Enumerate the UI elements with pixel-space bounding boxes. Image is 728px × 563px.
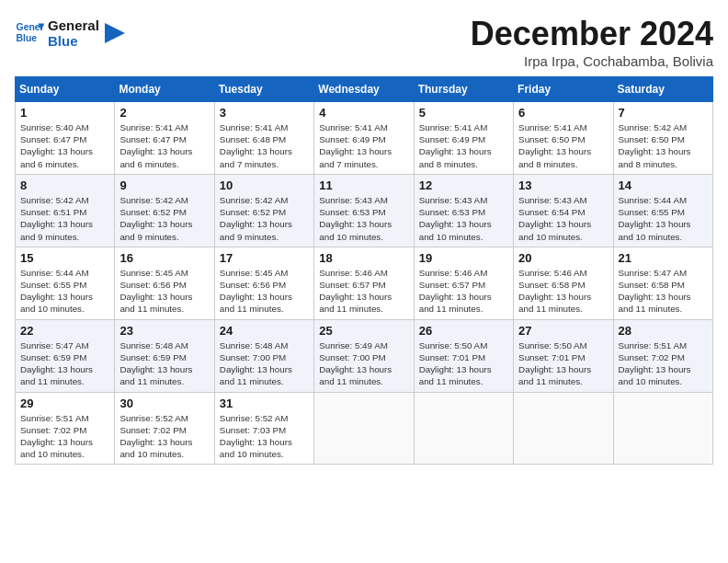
day-number: 6 [518, 106, 608, 120]
weekday-header-monday: Monday [115, 77, 214, 102]
day-number: 31 [220, 396, 309, 410]
day-detail: Sunrise: 5:41 AM Sunset: 6:47 PM Dayligh… [119, 121, 209, 170]
calendar-cell: 26 Sunrise: 5:50 AM Sunset: 7:01 PM Dayl… [414, 319, 513, 392]
day-number: 20 [518, 251, 608, 265]
day-detail: Sunrise: 5:41 AM Sunset: 6:48 PM Dayligh… [220, 121, 309, 170]
logo: General Blue General Blue [15, 15, 125, 49]
day-detail: Sunrise: 5:51 AM Sunset: 7:02 PM Dayligh… [20, 412, 109, 461]
day-number: 1 [20, 106, 109, 120]
day-number: 24 [220, 324, 309, 338]
location-subtitle: Irpa Irpa, Cochabamba, Bolivia [471, 53, 713, 69]
day-number: 12 [419, 178, 508, 192]
day-number: 23 [119, 324, 209, 338]
weekday-header-tuesday: Tuesday [214, 77, 313, 102]
day-number: 17 [220, 251, 309, 265]
weekday-header-friday: Friday [514, 77, 613, 102]
calendar-cell: 9 Sunrise: 5:42 AM Sunset: 6:52 PM Dayli… [115, 174, 214, 247]
calendar-cell: 24 Sunrise: 5:48 AM Sunset: 7:00 PM Dayl… [214, 319, 313, 392]
day-number: 4 [319, 106, 408, 120]
day-detail: Sunrise: 5:40 AM Sunset: 6:47 PM Dayligh… [20, 121, 109, 170]
calendar-cell [613, 392, 712, 465]
day-detail: Sunrise: 5:50 AM Sunset: 7:01 PM Dayligh… [419, 339, 508, 388]
day-number: 10 [220, 178, 309, 192]
calendar-cell: 23 Sunrise: 5:48 AM Sunset: 6:59 PM Dayl… [115, 319, 214, 392]
day-detail: Sunrise: 5:46 AM Sunset: 6:58 PM Dayligh… [518, 267, 608, 316]
day-number: 25 [319, 324, 408, 338]
day-detail: Sunrise: 5:46 AM Sunset: 6:57 PM Dayligh… [419, 267, 508, 316]
day-number: 11 [319, 178, 408, 192]
calendar-cell: 29 Sunrise: 5:51 AM Sunset: 7:02 PM Dayl… [16, 392, 115, 465]
day-number: 27 [518, 324, 608, 338]
calendar-cell: 2 Sunrise: 5:41 AM Sunset: 6:47 PM Dayli… [115, 102, 214, 175]
day-number: 2 [119, 106, 209, 120]
calendar-cell: 14 Sunrise: 5:44 AM Sunset: 6:55 PM Dayl… [613, 174, 712, 247]
calendar-cell: 4 Sunrise: 5:41 AM Sunset: 6:49 PM Dayli… [314, 102, 414, 175]
day-detail: Sunrise: 5:42 AM Sunset: 6:51 PM Dayligh… [20, 194, 109, 243]
day-number: 8 [20, 178, 109, 192]
day-detail: Sunrise: 5:50 AM Sunset: 7:01 PM Dayligh… [518, 339, 608, 388]
page-header: General Blue General Blue December 2024 … [15, 15, 713, 69]
day-detail: Sunrise: 5:49 AM Sunset: 7:00 PM Dayligh… [319, 339, 408, 388]
calendar-week-row: 29 Sunrise: 5:51 AM Sunset: 7:02 PM Dayl… [16, 392, 713, 465]
day-detail: Sunrise: 5:43 AM Sunset: 6:53 PM Dayligh… [419, 194, 508, 243]
day-detail: Sunrise: 5:47 AM Sunset: 6:58 PM Dayligh… [619, 267, 708, 316]
calendar-cell: 21 Sunrise: 5:47 AM Sunset: 6:58 PM Dayl… [613, 247, 712, 319]
day-number: 3 [220, 106, 309, 120]
day-number: 26 [419, 324, 508, 338]
weekday-header-sunday: Sunday [16, 77, 115, 102]
weekday-header-row: SundayMondayTuesdayWednesdayThursdayFrid… [16, 77, 713, 102]
day-detail: Sunrise: 5:46 AM Sunset: 6:57 PM Dayligh… [319, 267, 408, 316]
day-detail: Sunrise: 5:47 AM Sunset: 6:59 PM Dayligh… [20, 339, 109, 388]
day-detail: Sunrise: 5:44 AM Sunset: 6:55 PM Dayligh… [619, 194, 708, 243]
calendar-cell: 25 Sunrise: 5:49 AM Sunset: 7:00 PM Dayl… [314, 319, 414, 392]
calendar-cell: 30 Sunrise: 5:52 AM Sunset: 7:02 PM Dayl… [115, 392, 214, 465]
calendar-cell: 27 Sunrise: 5:50 AM Sunset: 7:01 PM Dayl… [514, 319, 613, 392]
calendar-cell: 22 Sunrise: 5:47 AM Sunset: 6:59 PM Dayl… [16, 319, 115, 392]
day-number: 30 [119, 396, 209, 410]
day-number: 14 [619, 178, 708, 192]
day-number: 21 [619, 251, 708, 265]
calendar-cell: 3 Sunrise: 5:41 AM Sunset: 6:48 PM Dayli… [214, 102, 313, 175]
day-detail: Sunrise: 5:42 AM Sunset: 6:52 PM Dayligh… [220, 194, 309, 243]
day-detail: Sunrise: 5:52 AM Sunset: 7:02 PM Dayligh… [119, 412, 209, 461]
logo-general: General [48, 18, 99, 34]
day-number: 16 [119, 251, 209, 265]
calendar-cell: 8 Sunrise: 5:42 AM Sunset: 6:51 PM Dayli… [16, 174, 115, 247]
calendar-cell [514, 392, 613, 465]
day-number: 22 [20, 324, 109, 338]
day-detail: Sunrise: 5:41 AM Sunset: 6:50 PM Dayligh… [518, 121, 608, 170]
day-detail: Sunrise: 5:43 AM Sunset: 6:53 PM Dayligh… [319, 194, 408, 243]
calendar-cell [314, 392, 414, 465]
day-detail: Sunrise: 5:48 AM Sunset: 6:59 PM Dayligh… [119, 339, 209, 388]
day-number: 18 [319, 251, 408, 265]
calendar-week-row: 1 Sunrise: 5:40 AM Sunset: 6:47 PM Dayli… [16, 102, 713, 175]
calendar-cell: 5 Sunrise: 5:41 AM Sunset: 6:49 PM Dayli… [414, 102, 513, 175]
day-detail: Sunrise: 5:51 AM Sunset: 7:02 PM Dayligh… [619, 339, 708, 388]
calendar-cell: 28 Sunrise: 5:51 AM Sunset: 7:02 PM Dayl… [613, 319, 712, 392]
calendar-week-row: 22 Sunrise: 5:47 AM Sunset: 6:59 PM Dayl… [16, 319, 713, 392]
day-detail: Sunrise: 5:42 AM Sunset: 6:50 PM Dayligh… [619, 121, 708, 170]
calendar-cell: 1 Sunrise: 5:40 AM Sunset: 6:47 PM Dayli… [16, 102, 115, 175]
day-detail: Sunrise: 5:44 AM Sunset: 6:55 PM Dayligh… [20, 267, 109, 316]
day-number: 13 [518, 178, 608, 192]
day-number: 29 [20, 396, 109, 410]
day-number: 15 [20, 251, 109, 265]
day-number: 28 [619, 324, 708, 338]
calendar-cell: 10 Sunrise: 5:42 AM Sunset: 6:52 PM Dayl… [214, 174, 313, 247]
calendar-cell: 16 Sunrise: 5:45 AM Sunset: 6:56 PM Dayl… [115, 247, 214, 319]
day-detail: Sunrise: 5:41 AM Sunset: 6:49 PM Dayligh… [419, 121, 508, 170]
day-number: 9 [119, 178, 209, 192]
day-detail: Sunrise: 5:43 AM Sunset: 6:54 PM Dayligh… [518, 194, 608, 243]
calendar-cell: 13 Sunrise: 5:43 AM Sunset: 6:54 PM Dayl… [514, 174, 613, 247]
calendar-cell: 7 Sunrise: 5:42 AM Sunset: 6:50 PM Dayli… [613, 102, 712, 175]
calendar-cell: 11 Sunrise: 5:43 AM Sunset: 6:53 PM Dayl… [314, 174, 414, 247]
day-detail: Sunrise: 5:41 AM Sunset: 6:49 PM Dayligh… [319, 121, 408, 170]
weekday-header-wednesday: Wednesday [314, 77, 414, 102]
logo-icon: General Blue [15, 17, 44, 47]
month-title: December 2024 [471, 15, 713, 53]
calendar-cell: 6 Sunrise: 5:41 AM Sunset: 6:50 PM Dayli… [514, 102, 613, 175]
day-detail: Sunrise: 5:48 AM Sunset: 7:00 PM Dayligh… [220, 339, 309, 388]
calendar-cell: 20 Sunrise: 5:46 AM Sunset: 6:58 PM Dayl… [514, 247, 613, 319]
logo-arrow-icon [105, 23, 125, 43]
calendar-table: SundayMondayTuesdayWednesdayThursdayFrid… [15, 76, 713, 465]
